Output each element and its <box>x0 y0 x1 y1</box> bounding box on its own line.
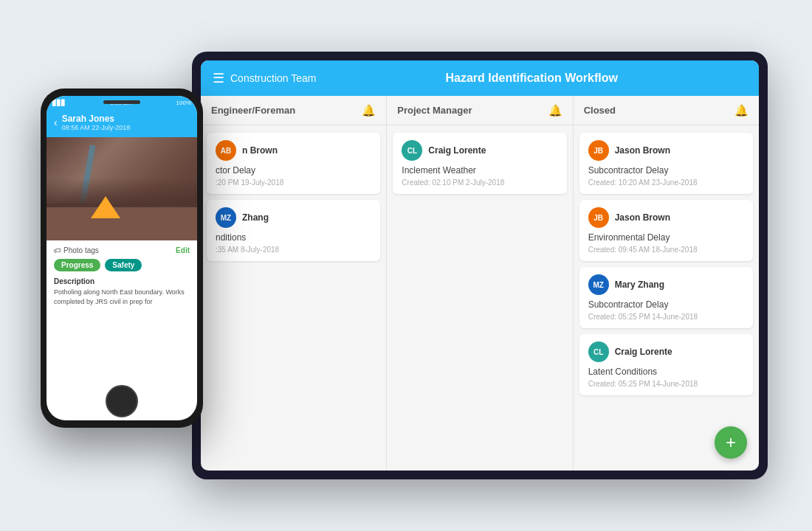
battery-icon: 100% <box>176 100 191 106</box>
team-name: Construction Team <box>230 72 316 84</box>
photo-tags-label: 🏷 Photo tags <box>54 246 99 254</box>
time-display: 9:80 am <box>110 100 131 106</box>
column-engineer: Engineer/Foreman 🔔 AB n Brown ctor Delay… <box>201 96 387 471</box>
card-closed-3[interactable]: MZ Mary Zhang Subcontractor Delay Create… <box>579 267 753 328</box>
column-header-engineer: Engineer/Foreman 🔔 <box>201 96 386 125</box>
kanban-board: Engineer/Foreman 🔔 AB n Brown ctor Delay… <box>201 96 759 471</box>
column-title-pm: Project Manager <box>397 105 472 116</box>
signal-icon: ▊▊▊ <box>52 100 66 106</box>
bell-icon-pm[interactable]: 🔔 <box>548 104 562 117</box>
soil-shape <box>47 204 197 240</box>
tag-progress[interactable]: Progress <box>54 259 100 271</box>
card-issue-closed-1: Subcontractor Delay <box>588 165 744 176</box>
avatar-ab: AB <box>216 140 236 161</box>
column-header-closed: Closed 🔔 <box>574 96 759 125</box>
back-button[interactable]: ‹ <box>54 117 58 128</box>
avatar-cl-pm: CL <box>402 140 422 161</box>
fab-plus-icon: + <box>726 432 736 453</box>
column-cards-closed: JB Jason Brown Subcontractor Delay Creat… <box>574 125 759 471</box>
fab-add-button[interactable]: + <box>715 426 747 459</box>
column-header-pm: Project Manager 🔔 <box>387 96 572 125</box>
bell-icon-closed[interactable]: 🔔 <box>734 104 749 117</box>
card-issue-closed-3: Subcontractor Delay <box>588 299 744 310</box>
card-closed-2[interactable]: JB Jason Brown Environmental Delay Creat… <box>579 200 753 261</box>
card-engineer-2[interactable]: MZ Zhang nditions :35 AM 8-July-2018 <box>207 200 380 261</box>
card-date-closed-3: Created: 05:25 PM 14-June-2018 <box>588 313 744 321</box>
column-title-engineer: Engineer/Foreman <box>211 105 295 116</box>
phone-user-name: Sarah Jones <box>62 114 190 124</box>
flag-shape <box>91 196 120 218</box>
card-issue-2: nditions <box>216 232 371 243</box>
phone-photo <box>47 137 197 240</box>
edit-link[interactable]: Edit <box>176 246 190 254</box>
card-name-closed-3: Mary Zhang <box>615 280 664 290</box>
column-title-closed: Closed <box>584 105 616 116</box>
phone-header: ‹ Sarah Jones 08:56 AM 22-July-2018 <box>47 109 197 137</box>
tablet-screen: ☰ Construction Team Hazard Identificatio… <box>201 60 759 471</box>
menu-icon[interactable]: ☰ <box>213 70 224 86</box>
card-date-closed-2: Created: 09:45 AM 18-June-2018 <box>588 246 744 254</box>
photo-tags-row: 🏷 Photo tags Edit <box>54 246 190 254</box>
card-name-2: Zhang <box>242 212 269 223</box>
tag-icon: 🏷 <box>54 246 61 254</box>
column-cards-engineer: AB n Brown ctor Delay :20 PM 19-July-201… <box>201 125 386 471</box>
description-text: Potholing along North East boundary. Wor… <box>54 288 190 306</box>
phone-user-info: Sarah Jones 08:56 AM 22-July-2018 <box>62 114 190 131</box>
card-pm-1[interactable]: CL Craig Lorente Inclement Weather Creat… <box>393 133 566 194</box>
card-name-closed-4: Craig Lorente <box>615 347 672 357</box>
bell-icon-engineer[interactable]: 🔔 <box>362 104 376 117</box>
card-date-closed-4: Created: 05:25 PM 14-June-2018 <box>588 380 744 388</box>
card-issue-closed-4: Latent Conditions <box>588 367 744 377</box>
avatar-mz-closed: MZ <box>588 274 609 295</box>
rocks-shape <box>47 178 197 207</box>
avatar-jb-1: JB <box>588 140 609 161</box>
card-name-1: n Brown <box>242 145 278 156</box>
app-title: Hazard Identification Workflow <box>316 72 747 85</box>
card-closed-4[interactable]: CL Craig Lorente Latent Conditions Creat… <box>579 334 753 395</box>
description-heading: Description <box>54 277 190 285</box>
avatar-mz: MZ <box>216 207 236 228</box>
card-issue-1: ctor Delay <box>216 165 371 176</box>
card-date-closed-1: Created: 10:20 AM 23-June-2018 <box>588 178 744 187</box>
avatar-jb-2: JB <box>588 207 609 228</box>
phone-user-timestamp: 08:56 AM 22-July-2018 <box>62 124 190 131</box>
column-closed: Closed 🔔 JB Jason Brown Subcontractor De… <box>574 96 759 471</box>
column-cards-pm: CL Craig Lorente Inclement Weather Creat… <box>387 125 572 471</box>
phone-content: 🏷 Photo tags Edit Progress Safety Descri… <box>47 240 197 420</box>
avatar-cl-closed: CL <box>588 341 609 362</box>
card-issue-pm-1: Inclement Weather <box>402 165 557 176</box>
phone-screen: ▊▊▊ 9:80 am 100% ‹ Sarah Jones 08:56 AM … <box>47 96 197 420</box>
tablet-header: ☰ Construction Team Hazard Identificatio… <box>201 60 759 96</box>
card-engineer-1[interactable]: AB n Brown ctor Delay :20 PM 19-July-201… <box>207 133 380 194</box>
card-name-pm-1: Craig Lorente <box>428 145 486 156</box>
card-issue-closed-2: Environmental Delay <box>588 232 744 243</box>
card-date-1: :20 PM 19-July-2018 <box>216 178 371 187</box>
phone-status-bar: ▊▊▊ 9:80 am 100% <box>47 96 197 109</box>
card-name-closed-2: Jason Brown <box>615 212 670 223</box>
card-closed-1[interactable]: JB Jason Brown Subcontractor Delay Creat… <box>579 133 753 194</box>
card-name-closed-1: Jason Brown <box>615 145 670 156</box>
phone-device: ▊▊▊ 9:80 am 100% ‹ Sarah Jones 08:56 AM … <box>41 88 203 428</box>
tag-safety[interactable]: Safety <box>105 259 142 271</box>
card-date-2: :35 AM 8-July-2018 <box>216 246 371 254</box>
tablet-device: ☰ Construction Team Hazard Identificatio… <box>192 52 768 479</box>
card-date-pm-1: Created: 02:10 PM 2-July-2018 <box>402 178 557 187</box>
column-project-manager: Project Manager 🔔 CL Craig Lorente Incle… <box>387 96 573 471</box>
tags-row: Progress Safety <box>54 259 190 271</box>
